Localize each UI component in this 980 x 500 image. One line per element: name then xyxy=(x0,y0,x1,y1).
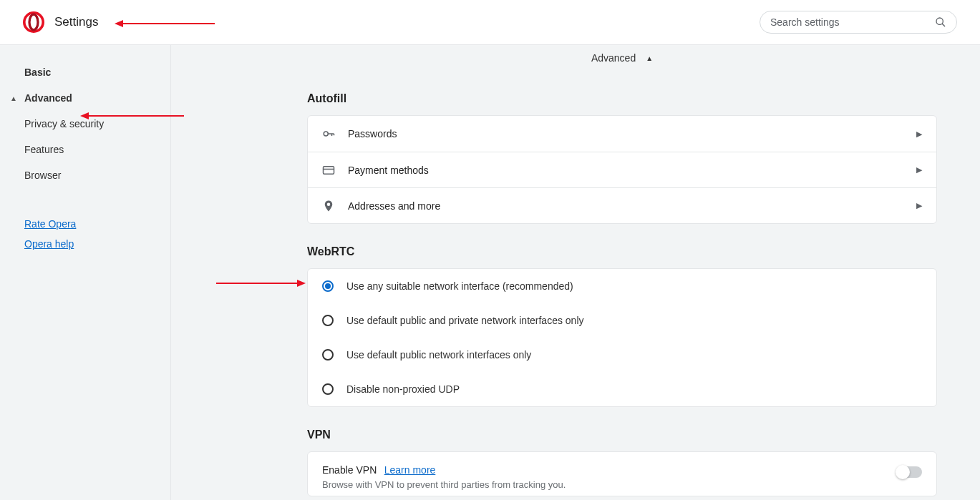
sidebar-item-features[interactable]: Features xyxy=(0,137,170,162)
radio-label: Use default public and private network i… xyxy=(346,315,584,326)
section-autofill: Autofill Passwords ▶ Payment methods ▶ xyxy=(307,92,937,224)
radio-icon xyxy=(322,349,334,361)
row-addresses[interactable]: Addresses and more ▶ xyxy=(308,187,936,223)
section-title: Autofill xyxy=(307,92,937,105)
radio-icon xyxy=(322,280,334,292)
search-box[interactable] xyxy=(760,11,957,34)
radio-option-any-interface[interactable]: Use any suitable network interface (reco… xyxy=(308,269,936,303)
key-icon xyxy=(322,127,348,140)
chevron-right-icon: ▶ xyxy=(916,201,922,210)
pin-icon xyxy=(322,200,348,212)
header-bar: Settings xyxy=(0,0,980,45)
svg-rect-8 xyxy=(324,166,334,174)
toggle-vpn[interactable] xyxy=(896,466,922,478)
row-label: Passwords xyxy=(348,128,916,139)
radio-option-public-only[interactable]: Use default public network interfaces on… xyxy=(308,338,936,372)
sidebar-item-browser[interactable]: Browser xyxy=(0,162,170,188)
radio-label: Use default public network interfaces on… xyxy=(346,349,531,361)
radio-icon xyxy=(322,383,334,395)
vpn-enable-label: Enable VPN xyxy=(322,464,377,476)
row-label: Payment methods xyxy=(348,165,916,176)
svg-line-3 xyxy=(942,24,945,26)
advanced-pill-label: Advanced xyxy=(591,52,636,64)
radio-icon xyxy=(322,315,334,326)
sidebar-item-privacy[interactable]: Privacy & security xyxy=(0,111,170,137)
radio-label: Disable non-proxied UDP xyxy=(346,383,460,395)
chevron-right-icon: ▶ xyxy=(916,165,922,175)
chevron-right-icon: ▶ xyxy=(916,129,922,139)
row-payment-methods[interactable]: Payment methods ▶ xyxy=(308,152,936,187)
chevron-up-icon: ▲ xyxy=(10,94,20,102)
link-rate-opera[interactable]: Rate Opera xyxy=(0,214,170,234)
link-learn-more[interactable]: Learn more xyxy=(384,464,436,476)
svg-point-1 xyxy=(29,14,38,30)
search-icon xyxy=(935,16,946,28)
advanced-collapse-pill[interactable]: Advanced ▲ xyxy=(307,45,937,71)
radio-option-disable-udp[interactable]: Disable non-proxied UDP xyxy=(308,372,936,406)
row-label: Addresses and more xyxy=(348,200,916,212)
section-title: WebRTC xyxy=(307,245,937,258)
search-input[interactable] xyxy=(770,16,935,28)
chevron-up-icon: ▲ xyxy=(646,54,653,62)
opera-logo-icon xyxy=(23,11,44,33)
svg-point-4 xyxy=(324,132,328,136)
section-webrtc: WebRTC Use any suitable network interfac… xyxy=(307,245,937,407)
section-title: VPN xyxy=(307,428,937,441)
link-opera-help[interactable]: Opera help xyxy=(0,234,170,254)
vpn-desc: Browse with VPN to prevent third parties… xyxy=(322,479,896,490)
page-title: Settings xyxy=(54,15,98,29)
sidebar-item-basic[interactable]: Basic xyxy=(0,59,170,85)
radio-label: Use any suitable network interface (reco… xyxy=(346,280,573,292)
radio-option-public-private[interactable]: Use default public and private network i… xyxy=(308,303,936,338)
sidebar: Basic ▲ Advanced Privacy & security Feat… xyxy=(0,45,171,500)
content-area: Advanced ▲ Autofill Passwords ▶ Payment … xyxy=(171,45,980,500)
sidebar-item-label: Advanced xyxy=(24,92,72,104)
card-icon xyxy=(322,164,348,177)
row-enable-vpn: Enable VPN Learn more Browse with VPN to… xyxy=(308,452,936,496)
sidebar-item-advanced[interactable]: ▲ Advanced xyxy=(0,85,170,111)
row-passwords[interactable]: Passwords ▶ xyxy=(308,116,936,152)
svg-point-2 xyxy=(936,18,943,24)
section-vpn: VPN Enable VPN Learn more Browse with VP… xyxy=(307,428,937,496)
